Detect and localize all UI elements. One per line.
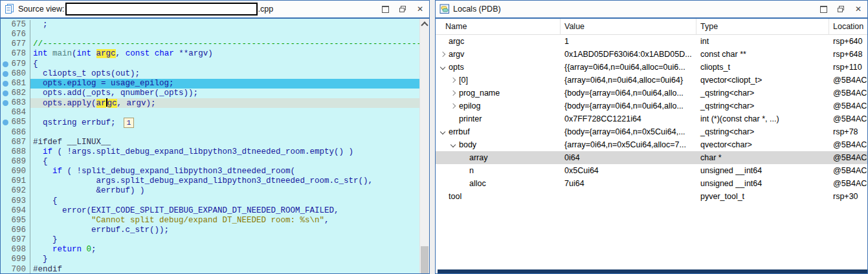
line-gutter[interactable]: 698 xyxy=(1,245,30,255)
close-button[interactable]: ✕ xyxy=(854,5,862,13)
line-gutter[interactable]: 685 xyxy=(1,118,30,127)
code-text[interactable]: qstring errbuf;1 xyxy=(30,118,420,127)
code-line[interactable]: 682 opts.add(_opts, qnumber(_opts)); xyxy=(1,89,420,98)
line-gutter[interactable]: 676 xyxy=(1,30,30,39)
code-text[interactable]: opts.add(_opts, qnumber(_opts)); xyxy=(30,89,420,98)
line-gutter[interactable]: 683 xyxy=(1,98,30,108)
column-header-name[interactable]: Name xyxy=(436,19,561,34)
line-gutter[interactable]: 696 xyxy=(1,226,30,235)
column-header-value[interactable]: Value xyxy=(561,19,696,34)
code-line[interactable]: 686 xyxy=(1,128,420,138)
code-line[interactable]: 684 xyxy=(1,108,420,118)
locals-row[interactable]: argv0x1ABD05DF630i64:0x1ABD05D...const c… xyxy=(436,48,867,61)
code-line[interactable]: 677//-----------------------------------… xyxy=(1,39,420,49)
chevron-down-icon[interactable] xyxy=(438,130,447,134)
code-line[interactable]: 681 opts.epilog = usage_epilog; xyxy=(1,79,420,89)
breakpoint-dot[interactable] xyxy=(3,71,8,77)
code-text[interactable]: &errbuf) ) xyxy=(30,186,420,196)
locals-hscrollbar[interactable] xyxy=(438,269,867,273)
code-line[interactable]: 679{ xyxy=(1,59,420,69)
locals-row[interactable]: opts{{array=0i64,n=0ui64,alloc=0ui6...cl… xyxy=(436,61,867,74)
locals-row[interactable]: n0x5Cui64unsigned __int64@5B4ACFF5 xyxy=(436,164,867,177)
line-gutter[interactable]: 694 xyxy=(1,206,30,216)
code-editor[interactable]: 675 ;676677//---------------------------… xyxy=(1,19,429,273)
code-line[interactable]: 699 } xyxy=(1,255,420,264)
pane-splitter[interactable] xyxy=(430,0,435,274)
chevron-right-icon[interactable] xyxy=(438,52,447,56)
code-line[interactable]: 685 qstring errbuf;1 xyxy=(1,118,420,127)
line-gutter[interactable]: 699 xyxy=(1,255,30,264)
code-line[interactable]: 694 error(EXIT_CODE_SPLIT_DEBUG_EXPAND_D… xyxy=(1,206,420,216)
breakpoint-dot[interactable] xyxy=(3,90,8,96)
code-text[interactable] xyxy=(30,128,420,138)
code-text[interactable]: } xyxy=(30,255,420,264)
code-line[interactable]: 680 cliopts_t opts(out); xyxy=(1,69,420,79)
code-line[interactable]: 678int main(int argc, const char **argv) xyxy=(1,49,420,59)
line-gutter[interactable]: 690 xyxy=(1,167,30,176)
chevron-right-icon[interactable] xyxy=(449,91,458,95)
line-gutter[interactable]: 686 xyxy=(1,128,30,138)
line-gutter[interactable]: 695 xyxy=(1,216,30,226)
code-text[interactable]: } xyxy=(30,235,420,245)
code-text[interactable]: return 0; xyxy=(30,245,420,255)
code-text[interactable]: opts.epilog = usage_epilog; xyxy=(30,79,420,89)
locals-titlebar[interactable]: Locals (PDB) ✕ xyxy=(436,1,867,19)
locals-row[interactable]: alloc7ui64unsigned __int64@5B4ACFF5 xyxy=(436,177,867,190)
close-button[interactable]: ✕ xyxy=(416,5,424,13)
line-gutter[interactable]: 684 xyxy=(1,108,30,118)
code-line[interactable]: 693 { xyxy=(1,196,420,206)
code-text[interactable]: opts.apply(argc, argv); xyxy=(30,98,420,108)
line-gutter[interactable]: 700 xyxy=(1,265,30,273)
code-line[interactable]: 683 opts.apply(argc, argv); xyxy=(1,98,420,108)
code-text[interactable]: #ifdef __LINUX__ xyxy=(30,138,420,147)
maximize-button[interactable] xyxy=(381,5,389,13)
code-text[interactable]: //--------------------------------------… xyxy=(30,39,420,49)
code-line[interactable]: 687#ifdef __LINUX__ xyxy=(1,138,420,147)
scroll-up-button[interactable] xyxy=(420,19,429,28)
code-text[interactable]: args.split_debug_expand_libpython3_dtnee… xyxy=(30,176,420,186)
line-gutter[interactable]: 687 xyxy=(1,138,30,147)
float-button[interactable] xyxy=(837,5,845,13)
column-header-type[interactable]: Type xyxy=(696,19,829,34)
locals-row[interactable]: array0i64char *@5B4ACFF5 xyxy=(436,151,867,164)
chevron-right-icon[interactable] xyxy=(449,78,458,82)
line-gutter[interactable]: 693 xyxy=(1,196,30,206)
locals-row[interactable]: errbuf{body={array=0i64,n=0x5Cui64,..._q… xyxy=(436,125,867,138)
line-gutter[interactable]: 697 xyxy=(1,235,30,245)
maximize-button[interactable] xyxy=(819,5,827,13)
line-gutter[interactable]: 691 xyxy=(1,176,30,186)
locals-row[interactable]: argc1intrsp+640 xyxy=(436,35,867,48)
code-text[interactable] xyxy=(30,108,420,118)
code-text[interactable]: { xyxy=(30,59,420,69)
code-text[interactable]: cliopts_t opts(out); xyxy=(30,69,420,79)
code-text[interactable]: errbuf.c_str()); xyxy=(30,226,420,235)
code-line[interactable]: 698 return 0; xyxy=(1,245,420,255)
locals-row[interactable]: [0]{array=0i64,n=0ui64,alloc=0ui64}qvect… xyxy=(436,74,867,87)
code-text[interactable]: if ( !args.split_debug_expand_libpython3… xyxy=(30,147,420,157)
source-view-titlebar[interactable]: Source view: .cpp ✕ xyxy=(1,1,429,19)
float-button[interactable] xyxy=(399,5,406,13)
line-gutter[interactable]: 678 xyxy=(1,49,30,59)
line-gutter[interactable]: 681 xyxy=(1,79,30,89)
code-line[interactable]: 696 errbuf.c_str()); xyxy=(1,226,420,235)
chevron-down-icon[interactable] xyxy=(438,65,447,69)
chevron-right-icon[interactable] xyxy=(449,104,458,108)
breakpoint-dot[interactable] xyxy=(3,100,8,106)
line-gutter[interactable]: 680 xyxy=(1,69,30,79)
line-gutter[interactable]: 682 xyxy=(1,89,30,98)
code-line[interactable]: 697 } xyxy=(1,235,420,245)
code-text[interactable]: int main(int argc, const char **argv) xyxy=(30,49,420,59)
line-gutter[interactable]: 688 xyxy=(1,147,30,157)
chevron-down-icon[interactable] xyxy=(449,143,458,147)
code-line[interactable]: 690 if ( !split_debug_expand_libpython3_… xyxy=(1,167,420,176)
code-line[interactable]: 700#endif xyxy=(1,265,420,273)
code-line[interactable]: 691 args.split_debug_expand_libpython3_d… xyxy=(1,176,420,186)
locals-row[interactable]: epilog{body={array=0i64,n=0ui64,allo..._… xyxy=(436,100,867,112)
source-vertical-scrollbar[interactable] xyxy=(419,19,429,273)
locals-row[interactable]: printer0x7FF728CC1221i64int (*)(const ch… xyxy=(436,112,867,125)
column-header-location[interactable]: Location xyxy=(829,19,867,34)
code-line[interactable]: 695 "Cannot split debug/expand DT_NEEDED… xyxy=(1,216,420,226)
code-line[interactable]: 689 { xyxy=(1,157,420,167)
line-gutter[interactable]: 679 xyxy=(1,59,30,69)
code-text[interactable]: ; xyxy=(30,20,420,30)
